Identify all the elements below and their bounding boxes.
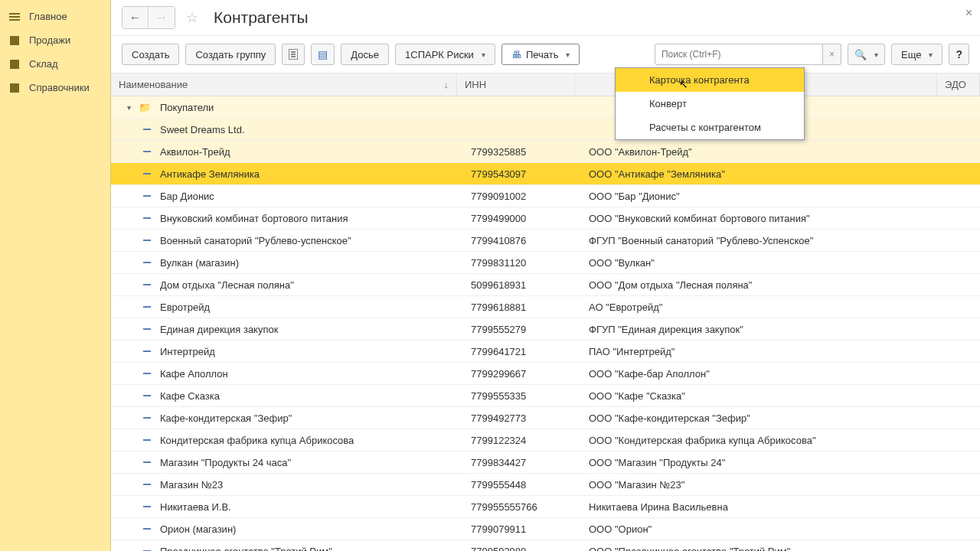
item-icon: [143, 373, 151, 374]
cell-fullname: ООО "Кафе "Сказка": [575, 390, 937, 402]
cell-inn: 7799410876: [457, 235, 575, 246]
col-header-name[interactable]: Наименование↓: [111, 73, 457, 96]
cell-name: Кафе Аполлон: [157, 368, 457, 380]
menu-icon: [8, 11, 21, 22]
group-row[interactable]: ▾📁 Покупатели: [111, 96, 980, 119]
cell-name: Военный санаторий "Рублево-успенское": [157, 235, 457, 246]
close-icon[interactable]: ×: [965, 6, 972, 20]
forward-button[interactable]: →: [149, 7, 175, 28]
table-row[interactable]: Кондитерская фабрика купца Абрикосова 77…: [111, 429, 980, 452]
item-icon: [143, 506, 151, 507]
magnifier-icon: 🔍: [854, 49, 867, 60]
dropdown-item-settlements[interactable]: Расчеты с контрагентом: [616, 116, 804, 139]
table-row[interactable]: Бар Дионис 7799091002 ООО "Бар "Дионис": [111, 185, 980, 207]
cell-fullname: ООО "Внуковский комбинат бортового питан…: [575, 213, 937, 224]
cell-fullname: ООО "Бар "Дионис": [575, 191, 937, 202]
search-options-button[interactable]: 🔍: [848, 44, 885, 65]
cell-inn: 7799641721: [457, 346, 575, 357]
cell-fullname: ООО "Аквилон-Трейд": [575, 146, 937, 158]
cell-fullname: ООО "Магазин №23": [575, 479, 937, 491]
item-icon: [143, 262, 151, 263]
dropdown-item-card[interactable]: Карточка контрагента: [616, 68, 804, 92]
col-header-inn[interactable]: ИНН: [457, 73, 575, 96]
cell-inn: 7799325885: [457, 146, 575, 158]
table-row[interactable]: Дом отдыха "Лесная поляна" 5099618931 ОО…: [111, 274, 980, 296]
table-row[interactable]: Антикафе Земляника 7799543097 ООО "Антик…: [111, 163, 980, 185]
spark-button[interactable]: 1СПАРК Риски: [395, 44, 495, 65]
print-button[interactable]: 🖶Печать: [501, 44, 580, 65]
col-header-edo[interactable]: ЭДО: [937, 73, 980, 96]
nav-buttons: ← →: [122, 6, 175, 29]
cell-name: Бар Дионис: [157, 191, 457, 202]
cell-name: Магазин №23: [157, 479, 457, 491]
table-row[interactable]: Никитаева И.В. 779955555766 Никитаева Ир…: [111, 496, 980, 518]
cell-name: Внуковский комбинат бортового питания: [157, 213, 457, 224]
more-button[interactable]: Еще: [891, 44, 942, 65]
folder-icon: 📁: [139, 102, 151, 113]
sheet-icon: [289, 49, 298, 60]
table-row[interactable]: Аквилон-Трейд 7799325885 ООО "Аквилон-Тр…: [111, 141, 980, 163]
cell-inn: 7799555279: [457, 324, 575, 335]
cell-inn: 7799593980: [457, 546, 575, 552]
table-row[interactable]: Интертрейд 7799641721 ПАО "Интертрейд": [111, 341, 980, 363]
table-row[interactable]: Евротрейд 7799618881 АО "Евротрейд": [111, 296, 980, 318]
search-clear-button[interactable]: ×: [823, 44, 841, 65]
cell-name: Кафе Сказка: [157, 390, 457, 402]
table-row[interactable]: Кафе Аполлон 7799299667 ООО "Кафе-бар Ап…: [111, 363, 980, 385]
table-row[interactable]: Единая дирекция закупок 7799555279 ФГУП …: [111, 318, 980, 341]
print-dropdown: Карточка контрагента Конверт Расчеты с к…: [615, 67, 805, 140]
item-icon: [143, 129, 151, 130]
cell-fullname: ООО "Праздничное агентство "Третий Рим": [575, 546, 937, 552]
search-input[interactable]: [655, 44, 823, 65]
table-row[interactable]: Магазин "Продукты 24 часа" 7799834427 ОО…: [111, 452, 980, 474]
item-icon: [143, 284, 151, 285]
sidebar-item-warehouse[interactable]: Склад: [0, 52, 110, 76]
cell-inn: 7799079911: [457, 523, 575, 535]
create-group-button[interactable]: Создать группу: [185, 44, 276, 65]
cell-inn: 7799091002: [457, 191, 575, 202]
collapse-icon[interactable]: ▾: [127, 103, 131, 112]
table-row[interactable]: Праздничное агентство "Третий Рим" 77995…: [111, 540, 980, 551]
cell-name: Вулкан (магазин): [157, 257, 457, 269]
item-icon: [143, 195, 151, 197]
table-row[interactable]: Магазин №23 7799555448 ООО "Магазин №23": [111, 474, 980, 496]
sidebar-item-label: Главное: [29, 11, 67, 22]
sidebar-item-label: Справочники: [29, 82, 90, 93]
table-row[interactable]: Военный санаторий "Рублево-успенское" 77…: [111, 230, 980, 252]
cell-fullname: ООО "Антикафе "Земляника": [575, 168, 937, 180]
titlebar: ← → ☆ Контрагенты: [111, 0, 980, 36]
cell-inn: 7799543097: [457, 168, 575, 180]
back-button[interactable]: ←: [122, 7, 149, 28]
help-button[interactable]: ?: [949, 44, 969, 65]
cell-inn: 779955555766: [457, 501, 575, 513]
table-row[interactable]: Кафе Сказка 7799555335 ООО "Кафе "Сказка…: [111, 385, 980, 407]
item-icon: [143, 417, 151, 419]
dossier-button[interactable]: Досье: [341, 44, 389, 65]
table-row[interactable]: Внуковский комбинат бортового питания 77…: [111, 207, 980, 230]
cell-fullname: ФГУП "Единая дирекция закупок": [575, 324, 937, 335]
table-row[interactable]: Кафе-кондитерская "Зефир" 7799492773 ООО…: [111, 407, 980, 429]
sidebar-item-main[interactable]: Главное: [0, 5, 110, 28]
cell-name: Аквилон-Трейд: [157, 146, 457, 158]
star-icon[interactable]: ☆: [183, 9, 201, 26]
copy-button[interactable]: [282, 44, 305, 65]
list-button[interactable]: ▤: [311, 44, 335, 65]
item-icon: [143, 439, 151, 441]
cell-inn: 5099618931: [457, 279, 575, 291]
create-button[interactable]: Создать: [122, 44, 179, 65]
table-row[interactable]: Орион (магазин) 7799079911 ООО "Орион": [111, 518, 980, 540]
dropdown-item-envelope[interactable]: Конверт: [616, 92, 804, 116]
cell-inn: 7799834427: [457, 457, 575, 468]
sort-indicator-icon: ↓: [444, 79, 449, 90]
cell-inn: 7799618881: [457, 302, 575, 313]
sidebar-item-sales[interactable]: Продажи: [0, 28, 110, 52]
cell-name: Магазин "Продукты 24 часа": [157, 457, 457, 468]
cell-inn: 7799555335: [457, 390, 575, 402]
table-row[interactable]: Sweet Dreams Ltd.: [111, 119, 980, 141]
item-icon: [143, 328, 151, 330]
list-icon: ▤: [318, 48, 328, 60]
table-row[interactable]: Вулкан (магазин) 7799831120 ООО "Вулкан": [111, 252, 980, 274]
sidebar-item-directories[interactable]: Справочники: [0, 76, 110, 99]
cell-name: Дом отдыха "Лесная поляна": [157, 279, 457, 291]
cell-fullname: ООО "Кафе-кондитерская "Зефир": [575, 412, 937, 424]
